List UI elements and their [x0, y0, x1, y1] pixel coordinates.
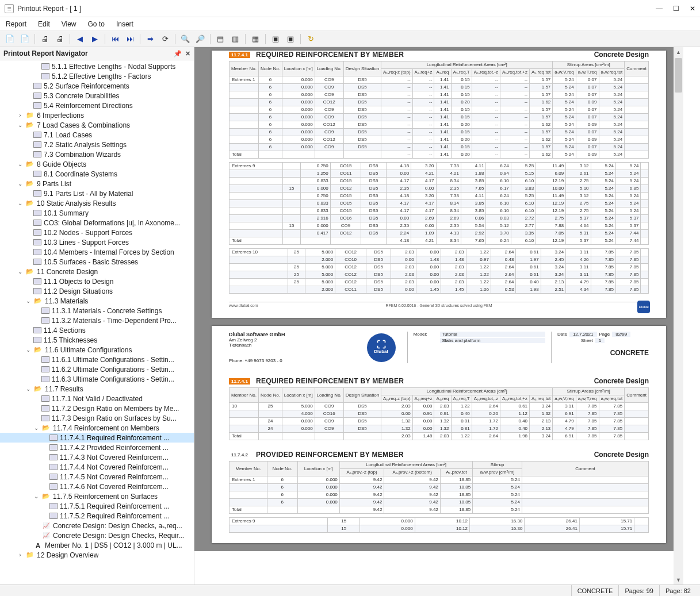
tree-item[interactable]: ⌄11.7 Results	[0, 384, 194, 394]
tree-item[interactable]: 11.6.3 Ultimate Configurations - Settin.…	[0, 374, 194, 384]
tree-item[interactable]: 11.7.5.1 Required Reinforcement ...	[0, 501, 194, 511]
title-bar: ≡ Printout Report - [ 1 ] — ☐ ✕	[0, 0, 700, 17]
menu-insert[interactable]: Insert	[116, 20, 133, 28]
tree-item[interactable]: 11.7.4.3 Not Covered Reinforcem...	[0, 452, 194, 462]
minimize-button[interactable]: —	[656, 5, 663, 13]
export2-icon[interactable]: ▣	[284, 33, 297, 45]
tree-item[interactable]: 11.7.3 Design Ratio on Surfaces by Su...	[0, 413, 194, 423]
tree-item[interactable]: 11.7.5.2 Required Reinforcement ...	[0, 511, 194, 521]
menu-goto[interactable]: Go to	[88, 20, 105, 28]
menu-edit[interactable]: Edit	[38, 20, 50, 28]
tree-item-label: 11.6.3 Ultimate Configurations - Settin.…	[52, 375, 174, 383]
table-icon	[49, 444, 58, 451]
tree-item[interactable]: 5.4 Reinforcement Directions	[0, 101, 194, 110]
navigator-tree[interactable]: 5.1.1 Effective Lengths - Nodal Supports…	[0, 60, 194, 585]
tree-item[interactable]: 8.1 Coordinate Systems	[0, 169, 194, 179]
table-icon	[41, 63, 49, 70]
tree-item[interactable]: ⌄7 Load Cases & Combinations	[0, 120, 194, 130]
vertical-scrollbar[interactable]: ▲ ▼	[674, 47, 683, 585]
maximize-button[interactable]: ☐	[673, 5, 679, 13]
tree-item[interactable]: ⌄11.7.4 Reinforcement on Members	[0, 423, 194, 433]
tree-item[interactable]: ⌄11 Concrete Design	[0, 267, 194, 276]
tree-item[interactable]: 10.1 Summary	[0, 208, 194, 218]
tree-item[interactable]: 11.7.1 Not Valid / Deactivated	[0, 394, 194, 403]
settings-icon[interactable]: ▦	[249, 33, 262, 45]
tree-item[interactable]: ›12 Design Overview	[0, 550, 194, 560]
tree-item[interactable]: 11.6.2 Ultimate Configurations - Settin.…	[0, 364, 194, 374]
close-button[interactable]: ✕	[690, 5, 695, 13]
reset-icon[interactable]: ↻	[304, 33, 317, 45]
tree-item[interactable]: Concrete Design: Design Checks, aₛ,req..…	[0, 521, 194, 530]
prev-icon[interactable]: ◀	[74, 33, 86, 45]
tree-item-label: 11.1 Objects to Design	[44, 278, 113, 286]
export-icon[interactable]: ▣	[269, 33, 282, 45]
menu-report[interactable]: Report	[6, 20, 26, 28]
tree-item-label: 5.1.1 Effective Lengths - Nodal Supports	[52, 63, 175, 71]
tree-item-label: 11.2 Design Situations	[44, 287, 113, 295]
page-width-icon[interactable]: ▥	[229, 33, 242, 45]
status-pages: Pages: 99	[618, 585, 659, 596]
zoom-out-icon[interactable]: 🔍	[179, 33, 192, 45]
tree-item[interactable]: 11.7.4.5 Not Covered Reinforcem...	[0, 472, 194, 482]
section-module: Concrete Design	[594, 451, 649, 459]
tree-item[interactable]: 10.2 Nodes - Support Forces	[0, 228, 194, 237]
tree-item-label: Concrete Design: Design Checks, Requir..…	[53, 532, 184, 540]
tree-item[interactable]: 9.1 Parts List - All by Material	[0, 189, 194, 198]
tree-item[interactable]: 11.7.2 Design Ratio on Members by Me...	[0, 403, 194, 413]
print-preview-icon[interactable]: 🖨	[53, 33, 66, 45]
section-badge: 11.7.4.1	[229, 52, 250, 58]
tree-item[interactable]: 5.1.2 Effective Lengths - Factors	[0, 71, 194, 81]
tree-item[interactable]: 11.7.4.1 Required Reinforcement ...	[0, 433, 194, 443]
tree-item[interactable]: ⌄11.7.5 Reinforcement on Surfaces	[0, 491, 194, 501]
tree-item[interactable]: Concrete Design: Design Checks, Requir..…	[0, 530, 194, 540]
tree-item[interactable]: 10.5 Surfaces - Basic Stresses	[0, 257, 194, 267]
last-icon[interactable]: ⏭	[124, 33, 136, 45]
tree-item[interactable]: CO3: Global Deformations |u|, In Axonome…	[0, 218, 194, 228]
tree-item-label: 11.7.1 Not Valid / Deactivated	[52, 395, 143, 403]
tree-item[interactable]: 10.4 Members - Internal Forces by Sectio…	[0, 247, 194, 257]
tree-item[interactable]: 11.4 Sections	[0, 325, 194, 335]
tree-item[interactable]: 5.3 Concrete Durabilities	[0, 91, 194, 101]
menu-view[interactable]: View	[62, 20, 76, 28]
tree-item[interactable]: 7.3 Combination Wizards	[0, 149, 194, 159]
delete-icon[interactable]: 📄	[18, 33, 31, 45]
next-icon[interactable]: ▶	[89, 33, 101, 45]
page-fit-icon[interactable]: ▤	[214, 33, 227, 45]
tree-item[interactable]: ⌄11.3 Materials	[0, 296, 194, 306]
status-page: Page: 82	[659, 585, 697, 596]
tree-item[interactable]: 11.7.4.2 Provided Reinforcement ...	[0, 443, 194, 452]
tree-item[interactable]: Member No. 1 | DS5 | CO12 | 3.000 m | UL…	[0, 540, 194, 550]
tree-item[interactable]: 5.2 Surface Reinforcements	[0, 81, 194, 91]
tree-item[interactable]: ⌄10 Static Analysis Results	[0, 198, 194, 208]
tree-item[interactable]: 10.3 Lines - Support Forces	[0, 237, 194, 247]
tree-item-label: 10.4 Members - Internal Forces by Sectio…	[44, 248, 174, 256]
print-icon[interactable]: 🖨	[39, 33, 51, 45]
nav-pin-icon[interactable]: 📌	[174, 50, 182, 57]
tree-item[interactable]: 11.3.2 Materials - Time-Dependent Pro...	[0, 316, 194, 325]
tree-item[interactable]: 7.1 Load Cases	[0, 130, 194, 140]
tree-item[interactable]: ⌄8 Guide Objects	[0, 159, 194, 169]
table-icon	[49, 474, 58, 480]
goto-icon[interactable]: ➡	[144, 33, 156, 45]
tree-item[interactable]: ›6 Imperfections	[0, 110, 194, 120]
refresh-icon[interactable]: ⟳	[159, 33, 171, 45]
tree-item-label: 7.3 Combination Wizards	[44, 151, 121, 159]
tree-item[interactable]: 11.7.4.6 Not Covered Reinforcem...	[0, 482, 194, 491]
nav-close-icon[interactable]: ✕	[185, 50, 190, 57]
tree-item[interactable]: 11.2 Design Situations	[0, 286, 194, 296]
tree-item[interactable]: 7.2 Static Analysis Settings	[0, 140, 194, 149]
preview-area[interactable]: 11.7.4.1 REQUIRED REINFORCEMENT BY MEMBE…	[194, 47, 683, 551]
tree-item[interactable]: 11.6.1 Ultimate Configurations - Settin.…	[0, 355, 194, 364]
table-icon	[33, 327, 41, 333]
tree-item[interactable]: 11.5 Thicknesses	[0, 335, 194, 345]
new-icon[interactable]: 📄	[3, 33, 16, 45]
navigator-panel: Printout Report Navigator 📌 ✕ 5.1.1 Effe…	[0, 47, 194, 585]
tree-item[interactable]: 11.7.4.4 Not Covered Reinforcem...	[0, 462, 194, 472]
tree-item[interactable]: 11.3.1 Materials - Concrete Settings	[0, 306, 194, 316]
first-icon[interactable]: ⏮	[109, 33, 121, 45]
tree-item[interactable]: 11.1 Objects to Design	[0, 276, 194, 286]
tree-item[interactable]: 5.1.1 Effective Lengths - Nodal Supports	[0, 61, 194, 71]
zoom-in-icon[interactable]: 🔎	[194, 33, 206, 45]
tree-item[interactable]: ⌄9 Parts List	[0, 179, 194, 189]
tree-item[interactable]: ⌄11.6 Ultimate Configurations	[0, 345, 194, 355]
